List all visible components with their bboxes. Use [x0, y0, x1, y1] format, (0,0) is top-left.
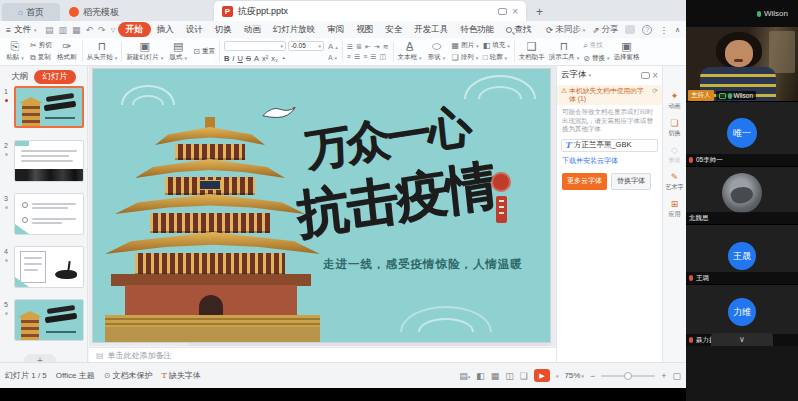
outline-tab[interactable]: 大纲 — [11, 71, 28, 83]
indent-decrease-icon[interactable]: ⇤ — [365, 43, 371, 51]
fill-button[interactable]: ◧填充▾ — [483, 41, 510, 50]
bullet-list-icon[interactable]: ☰ — [347, 43, 353, 51]
strip-transition-button[interactable]: ❏切换 — [663, 115, 686, 142]
help-icon[interactable]: ? — [642, 25, 652, 35]
strikethrough-button[interactable]: S — [246, 54, 251, 63]
strip-apps-button[interactable]: ⊞应用 — [663, 196, 686, 223]
strip-wordart-button[interactable]: ✎艺术字 — [663, 169, 686, 196]
missing-font-status[interactable]: T缺失字体 — [161, 370, 200, 381]
participant-tile[interactable]: 王晟 王璐 — [686, 224, 798, 284]
template-store-tab[interactable]: 稻壳模板 — [60, 3, 128, 21]
menu-tab-devtools[interactable]: 开发工具 — [408, 23, 454, 37]
share-button[interactable]: ⇗分享 — [592, 24, 618, 36]
number-list-icon[interactable]: ≣ — [356, 43, 362, 51]
paste-button[interactable]: ⎘粘贴▾ — [2, 39, 28, 64]
menu-tab-insert[interactable]: 插入 — [151, 23, 180, 37]
tab-comment-icon[interactable] — [498, 8, 507, 15]
slide-thumbnail-3[interactable] — [14, 193, 84, 235]
doc-assistant-button[interactable]: ❑文档助手 — [517, 39, 547, 64]
text-box-button[interactable]: A̲文本框▾ — [396, 39, 424, 64]
underline-button[interactable]: U — [237, 54, 242, 63]
slide-thumbnail-1[interactable] — [14, 86, 84, 128]
menu-tab-transition[interactable]: 切换 — [209, 23, 238, 37]
refresh-icon[interactable]: ⟳ — [652, 87, 658, 95]
picture-button[interactable]: ▦图片▾ — [452, 41, 479, 50]
format-painter-button[interactable]: ✑格式刷 — [54, 39, 80, 64]
play-options-icon[interactable]: ▾ — [556, 373, 559, 379]
line-spacing-icon[interactable]: ≋ — [383, 43, 389, 51]
document-tab-active[interactable]: P 抗疫ppt.pptx × — [214, 1, 526, 21]
print-icon[interactable]: ▥ — [56, 25, 70, 35]
save-icon[interactable]: ▤ — [42, 25, 56, 35]
horizontal-scrollbar[interactable] — [189, 343, 549, 346]
undo-icon[interactable]: ↶ — [83, 25, 96, 35]
indent-increase-icon[interactable]: ⇥ — [374, 43, 380, 51]
highlight-button[interactable]: ◔ — [281, 54, 286, 63]
selection-pane-button[interactable]: ▣选择窗格 — [611, 39, 641, 64]
replace-font-button[interactable]: 替换字体 — [611, 173, 651, 190]
chevron-down-icon[interactable]: ▾ — [589, 72, 592, 78]
menu-tab-view[interactable]: 视图 — [350, 23, 379, 37]
strip-animation-button[interactable]: ✦动画 — [663, 88, 686, 115]
reading-view-icon[interactable]: ◫ — [505, 371, 514, 381]
preview-icon[interactable]: ▦ — [70, 25, 84, 35]
font-name-combobox[interactable]: ▾ — [224, 41, 286, 51]
menu-tab-slideshow[interactable]: 幻灯片放映 — [267, 23, 322, 37]
find-button[interactable]: ⌕查找 — [583, 41, 609, 51]
more-menu-icon[interactable]: ⋮ — [659, 25, 668, 35]
feedback-icon[interactable] — [641, 72, 650, 79]
present-tools-button[interactable]: ⊓演示工具▾ — [547, 39, 582, 64]
slide-subtitle[interactable]: 走进一线，感受疫情惊险，人情温暖 — [321, 257, 525, 272]
strip-shape-button[interactable]: ◇形状 — [663, 142, 686, 169]
missing-font-item[interactable]: T 方正兰亭黑_GBK — [561, 139, 658, 152]
slide-thumbnail-5[interactable] — [14, 299, 84, 341]
menu-tab-animation[interactable]: 动画 — [238, 23, 267, 37]
participant-tile[interactable]: 唯一 05李帅一 — [686, 101, 798, 166]
new-slide-button[interactable]: ▣新建幻灯片▾ — [124, 39, 165, 64]
slide-canvas[interactable]: 万众一心 抗击疫情 走进一线，感受疫情惊险，人情温暖 — [93, 69, 550, 342]
participant-tile[interactable]: 北魏思 — [686, 166, 798, 224]
panel-close-icon[interactable]: × — [652, 70, 658, 81]
arrange-button[interactable]: ❏排列▾ — [452, 53, 479, 62]
notes-toggle-icon[interactable]: ▤▾ — [459, 371, 470, 381]
normal-view-icon[interactable]: ◧ — [476, 371, 485, 381]
zoom-out-icon[interactable]: − — [590, 371, 595, 381]
copy-button[interactable]: ⧉复制 — [30, 53, 52, 63]
more-cloud-fonts-button[interactable]: 更多云字体 — [562, 173, 607, 190]
collapse-strip-chevron[interactable]: ∨ — [711, 333, 773, 346]
shapes-button[interactable]: ⬭形状▾ — [424, 39, 450, 64]
italic-button[interactable]: I — [232, 54, 234, 63]
menu-tab-security[interactable]: 安全 — [379, 23, 408, 37]
fit-slide-icon[interactable]: ▢ — [672, 371, 681, 381]
zoom-in-icon[interactable]: + — [661, 371, 666, 381]
reset-button[interactable]: ⊡重置 — [193, 47, 215, 56]
menu-tab-design[interactable]: 设计 — [180, 23, 209, 37]
slides-tab[interactable]: 幻灯片 — [34, 70, 76, 84]
layout-button[interactable]: ▤版式▾ — [165, 39, 191, 64]
zoom-slider[interactable] — [601, 375, 655, 377]
notes-bar[interactable]: ▤ 单击此处添加备注 — [89, 347, 556, 362]
align-right-icon[interactable]: ≡ — [363, 53, 367, 61]
new-tab-button[interactable]: + — [536, 3, 543, 21]
home-tab[interactable]: ⌂首页 — [2, 3, 60, 21]
theme-name[interactable]: Office 主题 — [56, 370, 95, 381]
menu-tab-home[interactable]: 开始 — [118, 22, 151, 37]
bold-button[interactable]: B — [224, 54, 229, 63]
collaboration-icon[interactable] — [625, 25, 635, 34]
quickbar-more-icon[interactable]: ▽ — [108, 26, 118, 33]
font-color-button[interactable]: A — [254, 54, 259, 63]
menu-tab-special[interactable]: 特色功能 — [454, 23, 500, 37]
protection-status[interactable]: ⊙文档未保护 — [104, 370, 153, 381]
outline-button[interactable]: □轮廓▾ — [483, 53, 510, 62]
file-menu[interactable]: ≡文件▾ — [0, 24, 42, 36]
collapse-ribbon-icon[interactable]: ∧ — [675, 26, 680, 34]
align-center-icon[interactable]: ☰ — [354, 53, 360, 61]
menu-find[interactable]: 查找 — [500, 23, 537, 37]
sync-status[interactable]: ⟳未同步▾ — [546, 24, 585, 36]
cut-button[interactable]: ✂剪切 — [30, 41, 52, 50]
tab-close-icon[interactable]: × — [512, 6, 518, 17]
zoom-slider-knob[interactable] — [624, 372, 632, 380]
justify-icon[interactable]: ☰ — [370, 53, 376, 61]
participant-tile[interactable]: 力维 聂力扬 ∨ — [686, 284, 798, 346]
slide-sorter-icon[interactable]: ▦ — [491, 371, 500, 381]
